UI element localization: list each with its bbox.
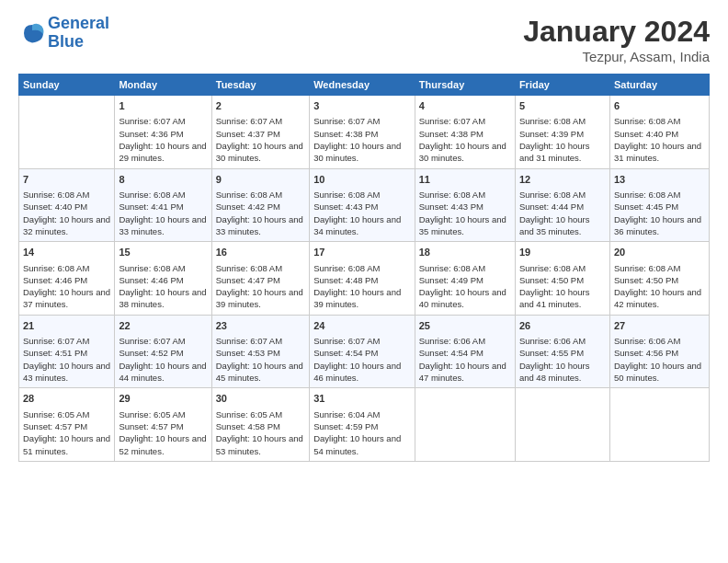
calendar-cell: 22Sunrise: 6:07 AMSunset: 4:52 PMDayligh…	[115, 315, 211, 388]
sunrise-text: Sunrise: 6:08 AM	[519, 262, 606, 274]
weekday-header-monday: Monday	[115, 75, 211, 96]
daylight-text: Daylight: 10 hours and 34 minutes.	[313, 213, 411, 238]
sunset-text: Sunset: 4:57 PM	[23, 420, 110, 432]
calendar-cell: 23Sunrise: 6:07 AMSunset: 4:53 PMDayligh…	[211, 315, 309, 388]
sunrise-text: Sunrise: 6:08 AM	[519, 115, 606, 127]
sunset-text: Sunset: 4:37 PM	[216, 128, 305, 140]
day-number: 11	[419, 173, 511, 187]
sunset-text: Sunset: 4:46 PM	[23, 274, 110, 286]
daylight-text: Daylight: 10 hours and 33 minutes.	[119, 213, 207, 238]
day-number: 27	[614, 319, 705, 333]
sunset-text: Sunset: 4:51 PM	[23, 347, 110, 359]
sunset-text: Sunset: 4:42 PM	[216, 201, 305, 213]
day-number: 30	[216, 392, 305, 406]
sunrise-text: Sunrise: 6:08 AM	[313, 262, 411, 274]
calendar-cell: 31Sunrise: 6:04 AMSunset: 4:59 PMDayligh…	[310, 388, 415, 462]
sunrise-text: Sunrise: 6:08 AM	[614, 262, 705, 274]
header: General Blue January 2024 Tezpur, Assam,…	[18, 15, 710, 64]
sunrise-text: Sunrise: 6:08 AM	[614, 115, 705, 127]
daylight-text: Daylight: 10 hours and 52 minutes.	[119, 432, 207, 457]
daylight-text: Daylight: 10 hours and 32 minutes.	[23, 213, 110, 238]
sunset-text: Sunset: 4:43 PM	[419, 201, 511, 213]
calendar-cell: 29Sunrise: 6:05 AMSunset: 4:57 PMDayligh…	[115, 388, 211, 462]
sunset-text: Sunset: 4:54 PM	[419, 347, 511, 359]
sunrise-text: Sunrise: 6:07 AM	[313, 115, 411, 127]
sunrise-text: Sunrise: 6:07 AM	[119, 335, 207, 347]
day-number: 12	[519, 173, 606, 187]
sunrise-text: Sunrise: 6:07 AM	[313, 335, 411, 347]
day-number: 18	[419, 246, 511, 259]
calendar-cell: 3Sunrise: 6:07 AMSunset: 4:38 PMDaylight…	[310, 96, 415, 169]
day-number: 31	[313, 392, 411, 406]
sunset-text: Sunset: 4:40 PM	[23, 201, 110, 213]
day-number: 19	[519, 246, 606, 259]
sunset-text: Sunset: 4:38 PM	[313, 128, 411, 140]
sunset-text: Sunset: 4:50 PM	[519, 274, 606, 286]
daylight-text: Daylight: 10 hours and 53 minutes.	[216, 432, 305, 457]
daylight-text: Daylight: 10 hours and 30 minutes.	[313, 140, 411, 165]
daylight-text: Daylight: 10 hours and 38 minutes.	[119, 286, 207, 311]
sunrise-text: Sunrise: 6:08 AM	[313, 189, 411, 201]
day-number: 3	[313, 99, 411, 113]
calendar-cell: 9Sunrise: 6:08 AMSunset: 4:42 PMDaylight…	[211, 168, 309, 242]
daylight-text: Daylight: 10 hours and 31 minutes.	[519, 140, 606, 165]
logo-text: General Blue	[48, 15, 109, 52]
day-number: 10	[313, 173, 411, 187]
calendar-cell: 12Sunrise: 6:08 AMSunset: 4:44 PMDayligh…	[515, 168, 609, 242]
day-number: 24	[313, 319, 411, 333]
calendar-week-row: 28Sunrise: 6:05 AMSunset: 4:57 PMDayligh…	[19, 388, 710, 462]
day-number: 6	[614, 99, 705, 113]
calendar-cell: 25Sunrise: 6:06 AMSunset: 4:54 PMDayligh…	[415, 315, 515, 388]
logo-icon	[18, 19, 46, 47]
day-number: 9	[216, 173, 305, 187]
sunrise-text: Sunrise: 6:07 AM	[216, 335, 305, 347]
subtitle: Tezpur, Assam, India	[523, 49, 710, 64]
sunset-text: Sunset: 4:46 PM	[119, 274, 207, 286]
daylight-text: Daylight: 10 hours and 39 minutes.	[313, 286, 411, 311]
daylight-text: Daylight: 10 hours and 30 minutes.	[216, 140, 305, 165]
day-number: 8	[119, 173, 207, 187]
calendar-cell: 18Sunrise: 6:08 AMSunset: 4:49 PMDayligh…	[415, 242, 515, 316]
day-number: 15	[119, 246, 207, 259]
calendar-week-row: 21Sunrise: 6:07 AMSunset: 4:51 PMDayligh…	[19, 315, 710, 388]
sunrise-text: Sunrise: 6:05 AM	[216, 408, 305, 420]
calendar-cell: 24Sunrise: 6:07 AMSunset: 4:54 PMDayligh…	[310, 315, 415, 388]
calendar-week-row: 7Sunrise: 6:08 AMSunset: 4:40 PMDaylight…	[19, 168, 710, 242]
daylight-text: Daylight: 10 hours and 30 minutes.	[419, 140, 511, 165]
sunset-text: Sunset: 4:38 PM	[419, 128, 511, 140]
sunset-text: Sunset: 4:45 PM	[614, 201, 705, 213]
page: General Blue January 2024 Tezpur, Assam,…	[0, 0, 728, 563]
daylight-text: Daylight: 10 hours and 50 minutes.	[614, 360, 705, 385]
sunset-text: Sunset: 4:41 PM	[119, 201, 207, 213]
calendar-cell	[609, 388, 709, 462]
sunrise-text: Sunrise: 6:08 AM	[23, 262, 110, 274]
sunrise-text: Sunrise: 6:08 AM	[519, 189, 606, 201]
day-number: 23	[216, 319, 305, 333]
day-number: 4	[419, 99, 511, 113]
sunset-text: Sunset: 4:40 PM	[614, 128, 705, 140]
weekday-header-saturday: Saturday	[609, 75, 709, 96]
sunrise-text: Sunrise: 6:05 AM	[119, 408, 207, 420]
calendar-cell: 26Sunrise: 6:06 AMSunset: 4:55 PMDayligh…	[515, 315, 609, 388]
day-number: 26	[519, 319, 606, 333]
weekday-header-friday: Friday	[515, 75, 609, 96]
calendar-cell: 8Sunrise: 6:08 AMSunset: 4:41 PMDaylight…	[115, 168, 211, 242]
day-number: 16	[216, 246, 305, 259]
calendar-cell: 2Sunrise: 6:07 AMSunset: 4:37 PMDaylight…	[211, 96, 309, 169]
calendar-cell	[515, 388, 609, 462]
sunrise-text: Sunrise: 6:04 AM	[313, 408, 411, 420]
sunrise-text: Sunrise: 6:06 AM	[419, 335, 511, 347]
day-number: 1	[119, 99, 207, 113]
calendar-table: SundayMondayTuesdayWednesdayThursdayFrid…	[18, 74, 710, 462]
sunrise-text: Sunrise: 6:08 AM	[216, 262, 305, 274]
daylight-text: Daylight: 10 hours and 44 minutes.	[119, 360, 207, 385]
day-number: 13	[614, 173, 705, 187]
sunrise-text: Sunrise: 6:05 AM	[23, 408, 110, 420]
calendar-cell: 28Sunrise: 6:05 AMSunset: 4:57 PMDayligh…	[19, 388, 115, 462]
daylight-text: Daylight: 10 hours and 47 minutes.	[419, 360, 511, 385]
sunrise-text: Sunrise: 6:06 AM	[614, 335, 705, 347]
day-number: 2	[216, 99, 305, 113]
sunrise-text: Sunrise: 6:06 AM	[519, 335, 606, 347]
sunset-text: Sunset: 4:59 PM	[313, 420, 411, 432]
sunset-text: Sunset: 4:44 PM	[519, 201, 606, 213]
